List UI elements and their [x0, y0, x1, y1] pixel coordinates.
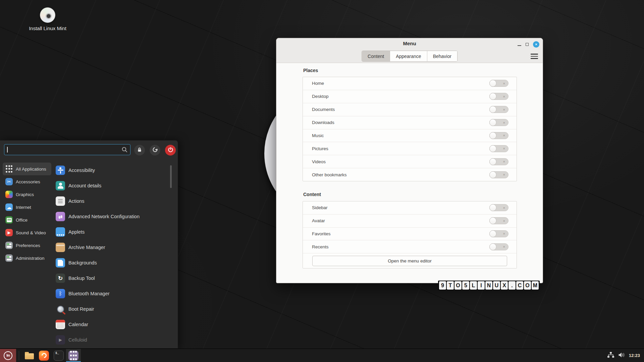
category-internet[interactable]: ☁Internet — [3, 201, 51, 214]
setting-row-videos: Videos× — [303, 155, 517, 168]
app-label: Accessibility — [68, 168, 95, 173]
page-icon — [56, 258, 65, 267]
app-actions[interactable]: Actions — [56, 193, 170, 209]
open-menu-editor-button[interactable]: Open the menu editor — [312, 256, 507, 266]
mint-logo-icon: lm — [4, 351, 12, 360]
network-icon[interactable] — [607, 352, 614, 359]
category-label: Preferences — [16, 243, 40, 248]
app-calendar[interactable]: Calendar — [56, 317, 170, 332]
category-label: Office — [16, 218, 28, 223]
applet-dots-icon — [56, 227, 65, 237]
taskbar-launchers: $_ — [22, 349, 81, 362]
taskbar-files[interactable] — [22, 349, 37, 362]
app-bluetooth-manager[interactable]: ᛒBluetooth Manager — [56, 286, 170, 301]
places-list: Home×Desktop×Documents×Downloads×Music×P… — [303, 77, 517, 181]
setting-label: Sidebar — [312, 205, 489, 210]
content-heading: Content — [303, 192, 321, 197]
start-menu-panel: All Applications✂AccessoriesGraphics☁Int… — [0, 140, 178, 349]
boot-magnifier-icon — [56, 304, 65, 314]
setting-label: Desktop — [312, 94, 489, 99]
watermark-tile: O — [524, 281, 531, 290]
app-backgrounds[interactable]: Backgrounds — [56, 255, 170, 270]
refresh-icon: ↻ — [56, 274, 65, 283]
taskbar-firefox[interactable] — [37, 349, 51, 362]
watermark-tile: . — [508, 281, 516, 290]
tab-behavior[interactable]: Behavior — [427, 51, 457, 61]
category-office[interactable]: Office — [3, 214, 51, 226]
close-button[interactable]: × — [533, 41, 539, 48]
category-preferences[interactable]: Preferences — [3, 239, 51, 252]
toggle-recents[interactable]: × — [489, 243, 508, 250]
app-label: Actions — [68, 198, 85, 204]
setting-label: Home — [312, 81, 489, 86]
toggle-off-glyph: × — [503, 206, 505, 210]
category-label: Administration — [16, 256, 45, 261]
category-accessories[interactable]: ✂Accessories — [3, 175, 51, 188]
logout-button[interactable] — [150, 145, 160, 156]
toggle-home[interactable]: × — [489, 80, 508, 87]
app-applets[interactable]: Applets — [56, 224, 170, 240]
app-accessibility[interactable]: Accessibility — [56, 163, 170, 178]
toggle-off-glyph: × — [503, 232, 505, 236]
toggle-videos[interactable]: × — [489, 158, 508, 165]
search-input[interactable] — [4, 144, 130, 155]
watermark: 9TO5LINUX.COM — [438, 281, 540, 290]
setting-row-avatar: Avatar× — [303, 214, 517, 227]
play-icon: ▶ — [56, 335, 65, 345]
toggle-music[interactable]: × — [489, 132, 508, 139]
toggle-desktop[interactable]: × — [489, 93, 508, 100]
application-list: AccessibilityAccount detailsActions⇄Adva… — [56, 163, 170, 348]
office-doc-icon — [5, 216, 13, 224]
toggle-off-glyph: × — [503, 219, 505, 223]
app-celluloid[interactable]: ▶Celluloid — [56, 332, 170, 348]
minimize-button[interactable] — [518, 45, 521, 46]
toggle-avatar[interactable]: × — [489, 217, 508, 224]
taskbar-menu-settings[interactable] — [66, 349, 81, 362]
category-all-applications[interactable]: All Applications — [3, 163, 51, 175]
toggle-other-bookmarks[interactable]: × — [489, 171, 508, 178]
toggle-pictures[interactable]: × — [489, 145, 508, 152]
taskbar-terminal[interactable]: $_ — [51, 349, 66, 362]
watermark-tile: M — [532, 281, 539, 290]
tab-content[interactable]: Content — [362, 51, 390, 61]
app-account-details[interactable]: Account details — [56, 178, 170, 193]
toggle-knob — [489, 145, 496, 152]
toggle-sidebar[interactable]: × — [489, 204, 508, 211]
install-icon-label: Install Linux Mint — [21, 25, 74, 31]
category-graphics[interactable]: Graphics — [3, 188, 51, 201]
calendar-icon — [56, 320, 65, 329]
setting-row-home: Home× — [303, 77, 517, 90]
tab-appearance[interactable]: Appearance — [390, 51, 427, 61]
taskbar-clock[interactable]: 12:23 — [629, 353, 640, 358]
window-controls: × — [518, 41, 539, 48]
power-button[interactable] — [165, 145, 176, 156]
app-advanced-network-configuration[interactable]: ⇄Advanced Network Configuration — [56, 209, 170, 224]
app-boot-repair[interactable]: Boot Repair — [56, 301, 170, 317]
app-list-scrollbar[interactable] — [170, 165, 172, 188]
watermark-tile: 5 — [462, 281, 469, 290]
play-icon: ▶ — [5, 229, 13, 236]
install-linux-mint-shortcut[interactable]: Install Linux Mint — [21, 7, 74, 31]
toggle-documents[interactable]: × — [489, 106, 508, 113]
setting-label: Other bookmarks — [312, 172, 489, 177]
menu-hamburger-icon[interactable] — [530, 53, 538, 60]
text-caret — [7, 147, 8, 153]
volume-icon[interactable] — [618, 352, 625, 359]
app-backup-tool[interactable]: ↻Backup Tool — [56, 270, 170, 286]
mint-menu-button[interactable]: lm — [0, 349, 16, 362]
category-sound-video[interactable]: ▶Sound & Video — [3, 226, 51, 239]
list-lines-icon — [56, 196, 65, 206]
watermark-tile: C — [516, 281, 523, 290]
setting-row-sidebar: Sidebar× — [303, 201, 517, 214]
window-title: Menu — [276, 41, 543, 46]
app-label: Boot Repair — [68, 306, 94, 312]
desktop: Install Linux Mint Menu × Content Appear… — [0, 0, 644, 362]
setting-row-music: Music× — [303, 129, 517, 142]
watermark-tile: T — [447, 281, 454, 290]
lock-button[interactable] — [134, 145, 145, 156]
toggle-favorites[interactable]: × — [489, 230, 508, 237]
category-administration[interactable]: Administration — [3, 252, 51, 264]
toggle-downloads[interactable]: × — [489, 119, 508, 126]
app-archive-manager[interactable]: Archive Manager — [56, 240, 170, 255]
maximize-button[interactable] — [526, 43, 529, 46]
